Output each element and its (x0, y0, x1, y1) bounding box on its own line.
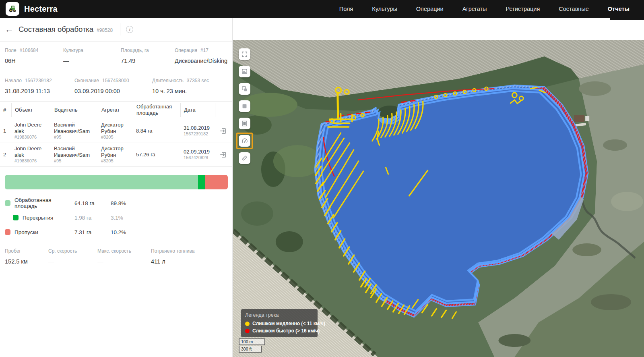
nav-item-registration[interactable]: Регистрация (506, 6, 540, 12)
page-id: #98528 (97, 27, 113, 33)
back-button[interactable]: ← (5, 24, 17, 35)
row-implement: Дискатор Рубин#8205 (98, 122, 133, 140)
mileage-cell: Пробег 152.5 км (5, 248, 48, 265)
operations-table: # Объект Водитель Агрегат Обработанная п… (0, 102, 232, 167)
tractor-icon (8, 4, 17, 14)
area-cell: Площадь, га 71.49 (121, 48, 175, 64)
coverage-bar-processed (5, 175, 198, 189)
field-info-cell: Поле#106684 06Н (5, 48, 63, 64)
exit-to-app-icon (219, 127, 227, 135)
coverage-bar-overlap (198, 175, 205, 189)
map-canvas[interactable]: Легенда трека Слишком медленно (< 11 км/… (233, 40, 644, 357)
operation-value: Дискование/Disking (175, 58, 227, 64)
farm-building (574, 115, 584, 122)
ruler-icon[interactable] (239, 152, 250, 164)
open-row-button[interactable] (215, 151, 232, 158)
basemap-icon[interactable] (239, 66, 250, 77)
fast-dot (245, 329, 250, 333)
brand-name: Hecterra (24, 4, 58, 14)
row-object: John Deere alek#19836076 (11, 145, 51, 164)
table-row[interactable]: 2 John Deere alek#19836076 Василий Ивано… (0, 143, 232, 167)
end-value: 03.09.2019 00:00 (74, 88, 152, 94)
skips-swatch (5, 229, 10, 235)
end-cell: Окончание1567458000 03.09.2019 00:00 (74, 78, 152, 94)
speed-icon[interactable] (239, 135, 250, 147)
coverage-legend-row: Перекрытия 1.98 га 3.1% (0, 210, 232, 225)
coverage-legend-row: Обработанная площадь 64.18 га 89.8% (0, 196, 232, 210)
row-date: 02.09.20191567420828 (180, 149, 215, 161)
row-driver: Василий Иванович/Sam#95 (51, 145, 98, 164)
speed-control (239, 135, 250, 147)
col-actions (215, 103, 232, 117)
crop-value: — (63, 58, 121, 64)
info-icon[interactable]: i (126, 26, 133, 33)
tracks-icon[interactable] (239, 118, 250, 129)
processed-swatch (5, 200, 10, 206)
page-header: ← Составная обработка #98528 i (0, 18, 232, 42)
col-num: # (0, 103, 11, 117)
track-legend: Легенда трека Слишком медленно (< 11 км/… (241, 309, 318, 337)
track-legend-fast: Слишком быстро (> 16 км/ч) (245, 328, 314, 334)
app-logo-icon[interactable] (6, 2, 19, 16)
scale-metric: 100 m (239, 338, 265, 345)
map-scale: 100 m 300 ft (239, 338, 265, 353)
field-info-section: Поле#106684 06Н Культура — Площадь, га 7… (0, 42, 232, 72)
active-tab-extension (610, 18, 644, 20)
overlay-icon[interactable] (239, 83, 250, 95)
brand: Hecterra (0, 2, 58, 16)
table-row[interactable]: 1 John Deere alek#19836076 Василий Ивано… (0, 119, 232, 143)
row-area: 57.26 га (133, 152, 180, 158)
open-row-button[interactable] (215, 127, 232, 135)
main-nav: Поля Культуры Операции Агрегаты Регистра… (339, 6, 644, 12)
fullscreen-icon[interactable] (239, 48, 250, 60)
fuel-cell: Потрачено топлива 411 л (151, 248, 227, 265)
exit-to-app-icon (219, 151, 227, 158)
avg-speed-value: — (48, 258, 97, 265)
polygon-icon[interactable] (239, 100, 250, 112)
operation-cell: Операция#17 Дискование/Disking (175, 48, 227, 64)
col-driver: Водитель (51, 103, 98, 117)
row-area: 8.84 га (133, 128, 180, 134)
page-title: Составная обработка (19, 25, 93, 34)
coverage-legend: Обработанная площадь 64.18 га 89.8% Пере… (0, 196, 232, 239)
coverage-legend-row: Пропуски 7.31 га 10.2% (0, 225, 232, 239)
track-legend-slow: Слишком медленно (< 11 км/ч) (245, 321, 314, 326)
nav-item-fields[interactable]: Поля (339, 6, 353, 12)
start-value: 31.08.2019 11:13 (5, 88, 74, 94)
coverage-bar-skips (205, 175, 228, 189)
table-header: # Объект Водитель Агрегат Обработанная п… (0, 102, 232, 119)
nav-item-operations[interactable]: Операции (416, 6, 444, 12)
col-date: Дата (180, 103, 215, 117)
coverage-bar (5, 175, 228, 189)
overlap-swatch (13, 215, 19, 220)
col-area: Обработанная площадь (133, 102, 180, 119)
slow-dot (245, 322, 250, 326)
report-panel: ← Составная обработка #98528 i Поле#1066… (0, 18, 233, 357)
fuel-value: 411 л (151, 258, 227, 265)
timing-section: Начало1567239182 31.08.2019 11:13 Оконча… (0, 72, 232, 102)
row-object: John Deere alek#19836076 (11, 122, 51, 140)
divider (120, 23, 120, 35)
row-num: 2 (0, 152, 11, 158)
row-date: 31.08.20191567239182 (180, 125, 215, 137)
stats-section: Пробег 152.5 км Ср. скорость — Макс. ско… (0, 242, 232, 271)
nav-item-composite[interactable]: Составные (559, 6, 589, 12)
nav-item-crops[interactable]: Культуры (372, 6, 397, 12)
map-controls (239, 48, 250, 164)
row-implement: Дискатор Рубин#8205 (98, 145, 133, 164)
start-cell: Начало1567239182 31.08.2019 11:13 (5, 78, 74, 94)
max-speed-cell: Макс. скорость — (97, 248, 151, 265)
top-navbar: Hecterra Поля Культуры Операции Агрегаты… (0, 0, 644, 18)
col-implement: Агрегат (98, 103, 133, 117)
nav-item-reports[interactable]: Отчеты (608, 6, 630, 12)
row-num: 1 (0, 128, 11, 134)
duration-cell: Длительность37353 sec 10 ч. 23 мин. (152, 78, 227, 94)
nav-item-implements[interactable]: Агрегаты (462, 6, 487, 12)
avg-speed-cell: Ср. скорость — (48, 248, 97, 265)
scale-imperial: 300 ft (239, 346, 262, 353)
max-speed-value: — (97, 258, 151, 265)
area-value: 71.49 (121, 58, 175, 64)
row-driver: Василий Иванович/Sam#95 (51, 122, 98, 140)
col-object: Объект (11, 103, 51, 117)
crop-cell: Культура — (63, 48, 121, 64)
